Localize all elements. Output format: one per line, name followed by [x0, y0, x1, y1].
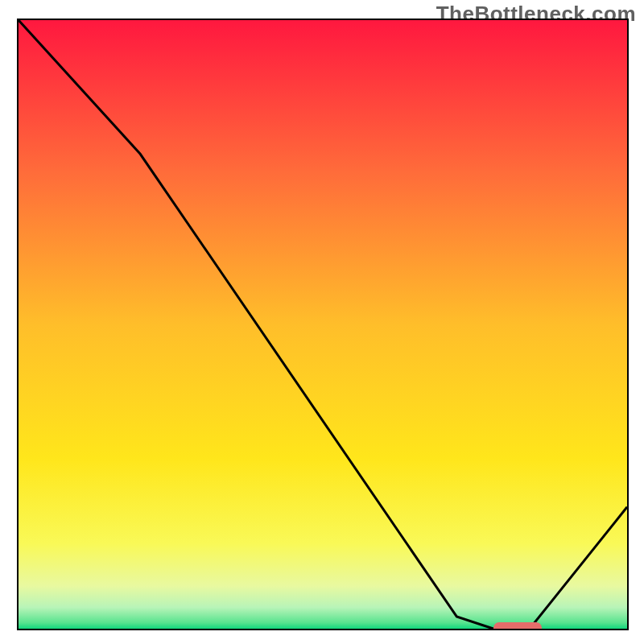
- chart-stage: TheBottleneck.com: [0, 0, 644, 644]
- plot-area: [17, 19, 629, 630]
- bottleneck-curve: [19, 20, 627, 629]
- curve-layer: [19, 20, 627, 629]
- optimal-marker-icon: [493, 622, 542, 630]
